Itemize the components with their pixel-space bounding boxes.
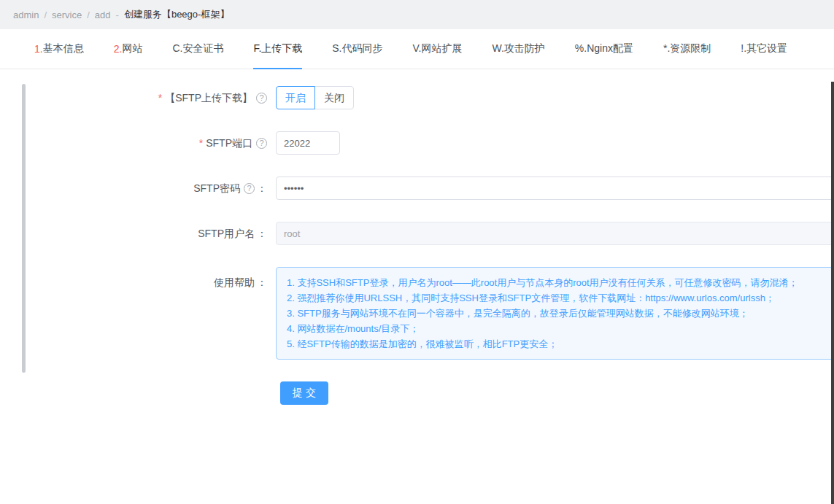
sftp-toggle-group: 开启 关闭 [276,86,354,109]
tab-other-settings[interactable]: !.其它设置 [741,29,787,69]
label-colon: ： [257,177,267,200]
label-text: SFTP密码 [193,177,240,200]
form-row-sftp-toggle: * 【SFTP上传下载】 ? 开启 关闭 [0,86,834,109]
breadcrumb-item-service[interactable]: service [52,9,82,20]
tab-code-sync[interactable]: S.代码同步 [332,29,382,69]
form-row-sftp-password: SFTP密码 ? ： [0,177,834,200]
usage-help-line: 2. 强烈推荐你使用URLSSH，其同时支持SSH登录和SFTP文件管理，软件下… [287,290,823,306]
usage-help-line: 4. 网站数据在/mounts/目录下； [287,321,823,336]
question-icon[interactable]: ? [256,138,267,149]
tab-attack-protection[interactable]: W.攻击防护 [492,29,544,69]
tab-bar: 1.基本信息 2.网站 C.安全证书 F.上传下载 S.代码同步 V.网站扩展 … [0,29,834,69]
question-icon[interactable]: ? [244,183,255,194]
tab-label: !.其它设置 [741,42,787,55]
usage-help-line: 3. SFTP服务与网站环境不在同一个容器中，是完全隔离的，故登录后仅能管理网站… [287,306,823,321]
sftp-username-input [276,222,834,245]
tab-basic-info[interactable]: 1.基本信息 [34,29,84,69]
tab-site-extension[interactable]: V.网站扩展 [413,29,463,69]
label-text: 使用帮助 [214,275,255,290]
tab-label: *.资源限制 [663,42,711,55]
tab-label: 基本信息 [43,42,84,55]
sftp-username-label: SFTP用户名 ： [0,222,276,245]
tab-label: %.Nginx配置 [575,42,633,55]
tab-website[interactable]: 2.网站 [114,29,143,69]
sftp-toggle-on-button[interactable]: 开启 [276,86,315,109]
form-row-usage-help: 使用帮助 ： 1. 支持SSH和SFTP登录，用户名为root——此root用户… [0,267,834,360]
right-edge-bar [831,82,834,504]
submit-row: 提 交 [0,381,834,405]
tab-resource-limit[interactable]: *.资源限制 [663,29,711,69]
tab-label: S.代码同步 [332,42,382,55]
tab-label: F.上传下载 [253,42,302,55]
sftp-toggle-label: * 【SFTP上传下载】 ? [0,86,276,109]
tab-prefix: 2. [114,43,123,55]
question-icon[interactable]: ? [256,93,267,104]
tab-label: W.攻击防护 [492,42,544,55]
vertical-scrollbar-thumb[interactable] [22,84,26,373]
sftp-settings-form: * 【SFTP上传下载】 ? 开启 关闭 * SFTP端口 ? SFTP密码 ?… [0,69,834,405]
tab-prefix: 1. [34,43,43,55]
tab-label: 网站 [122,42,142,55]
breadcrumb-item-admin[interactable]: admin [13,9,39,20]
breadcrumb: admin / service / add - 创建服务【beego-框架】 [0,0,834,29]
sftp-toggle-off-button[interactable]: 关闭 [314,86,354,109]
label-text: SFTP端口 [206,131,252,155]
label-colon: ： [257,222,267,245]
breadcrumb-separator: / [87,9,90,20]
sftp-port-input[interactable] [276,131,340,155]
required-mark: * [158,86,162,109]
tab-label: C.安全证书 [172,42,223,55]
usage-help-label: 使用帮助 ： [0,267,276,290]
tab-upload-download[interactable]: F.上传下载 [253,29,302,69]
sftp-password-label: SFTP密码 ? ： [0,177,276,200]
required-mark: * [199,131,203,155]
form-row-sftp-username: SFTP用户名 ： [0,222,834,245]
breadcrumb-separator: / [44,9,47,20]
breadcrumb-item-add: add [95,9,111,20]
label-text: 【SFTP上传下载】 [165,86,252,109]
usage-help-line: 1. 支持SSH和SFTP登录，用户名为root——此root用户与节点本身的r… [287,275,823,290]
tab-nginx-config[interactable]: %.Nginx配置 [575,29,633,69]
label-text: SFTP用户名 [198,222,255,245]
form-row-sftp-port: * SFTP端口 ? [0,131,834,155]
sftp-password-input[interactable] [276,177,834,200]
tab-label: V.网站扩展 [413,42,463,55]
usage-help-line: 5. 经SFTP传输的数据是加密的，很难被监听，相比FTP更安全； [287,336,823,352]
label-colon: ： [257,275,267,290]
tab-ssl-cert[interactable]: C.安全证书 [172,29,223,69]
submit-button[interactable]: 提 交 [280,381,328,405]
sftp-port-label: * SFTP端口 ? [0,131,276,155]
page-title: 创建服务【beego-框架】 [124,8,229,21]
breadcrumb-dash: - [116,9,119,20]
usage-help-box: 1. 支持SSH和SFTP登录，用户名为root——此root用户与节点本身的r… [276,267,834,360]
